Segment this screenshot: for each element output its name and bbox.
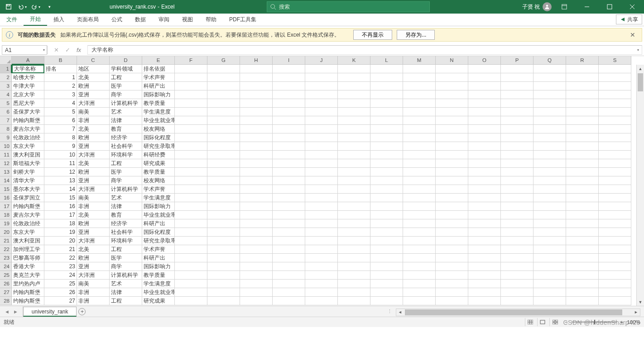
cell[interactable] — [403, 288, 436, 297]
cell[interactable] — [207, 73, 240, 82]
cell[interactable]: 北美 — [77, 211, 110, 219]
cell[interactable] — [175, 228, 207, 237]
cell[interactable] — [501, 297, 533, 305]
cell[interactable] — [566, 108, 599, 116]
cell[interactable] — [338, 108, 370, 116]
cell[interactable]: 排名依据 — [142, 65, 175, 73]
cell[interactable] — [370, 211, 403, 219]
row-header[interactable]: 6 — [0, 108, 12, 116]
cell[interactable]: 欧洲 — [77, 254, 110, 262]
cell[interactable]: 圣保罗大学 — [12, 108, 44, 116]
cell[interactable] — [370, 65, 403, 73]
cell[interactable] — [468, 237, 501, 245]
cell[interactable]: 地区 — [77, 65, 110, 73]
select-all-corner[interactable] — [0, 56, 12, 65]
cell[interactable] — [273, 82, 305, 90]
cell[interactable]: 南美 — [77, 280, 110, 288]
cell[interactable] — [566, 65, 599, 73]
cell[interactable]: 科研产出 — [142, 219, 175, 228]
cell[interactable] — [468, 116, 501, 125]
cell[interactable] — [370, 185, 403, 194]
cell[interactable] — [501, 211, 533, 219]
cell[interactable] — [501, 176, 533, 185]
cell[interactable]: 8 — [44, 133, 77, 142]
cell[interactable] — [305, 176, 338, 185]
cell[interactable] — [175, 151, 207, 159]
scroll-thumb[interactable] — [638, 73, 643, 91]
cell[interactable]: 11 — [44, 159, 77, 168]
add-sheet-button[interactable]: + — [77, 306, 87, 317]
cell[interactable] — [566, 185, 599, 194]
cell[interactable]: 科研产出 — [142, 82, 175, 90]
cell[interactable]: 1 — [44, 73, 77, 82]
cell[interactable]: 学术声誉 — [142, 73, 175, 82]
cell[interactable] — [207, 237, 240, 245]
cell[interactable] — [501, 159, 533, 168]
cell[interactable] — [240, 125, 273, 133]
cell[interactable] — [501, 194, 533, 202]
cell[interactable] — [273, 159, 305, 168]
cell[interactable] — [468, 185, 501, 194]
cell[interactable] — [207, 133, 240, 142]
cell[interactable] — [175, 168, 207, 176]
column-header[interactable]: M — [403, 56, 436, 65]
cell[interactable]: 研究成果 — [142, 159, 175, 168]
column-header[interactable]: L — [370, 56, 403, 65]
cell[interactable] — [338, 288, 370, 297]
cell[interactable] — [533, 237, 566, 245]
row-header[interactable]: 7 — [0, 116, 12, 125]
cell[interactable] — [599, 108, 631, 116]
cell[interactable] — [403, 133, 436, 142]
cell[interactable]: 国际化程度 — [142, 228, 175, 237]
cell[interactable] — [436, 65, 468, 73]
cell[interactable]: 5 — [44, 108, 77, 116]
cell[interactable]: 伦敦政治经 — [12, 219, 44, 228]
cell[interactable] — [338, 202, 370, 211]
cell[interactable] — [403, 211, 436, 219]
cell[interactable] — [468, 82, 501, 90]
cell[interactable]: 医学 — [110, 254, 142, 262]
cell[interactable]: 21 — [44, 245, 77, 254]
scroll-right-icon[interactable]: ► — [632, 310, 640, 314]
column-header[interactable]: A — [12, 56, 44, 65]
cell[interactable] — [599, 90, 631, 99]
cell[interactable] — [207, 288, 240, 297]
cell[interactable] — [338, 237, 370, 245]
normal-view-icon[interactable] — [525, 318, 536, 326]
cell[interactable] — [370, 99, 403, 108]
cell[interactable]: 亚洲 — [77, 142, 110, 151]
undo-icon[interactable]: ▾ — [16, 1, 28, 13]
row-header[interactable]: 1 — [0, 65, 12, 73]
cell[interactable]: 国际化程度 — [142, 133, 175, 142]
cell[interactable] — [240, 228, 273, 237]
row-header[interactable]: 9 — [0, 133, 12, 142]
cell[interactable] — [240, 211, 273, 219]
cell[interactable] — [175, 280, 207, 288]
cell[interactable] — [240, 168, 273, 176]
cell[interactable] — [533, 159, 566, 168]
row-header[interactable]: 19 — [0, 219, 12, 228]
cell[interactable] — [305, 297, 338, 305]
row-header[interactable]: 20 — [0, 228, 12, 237]
cell[interactable] — [566, 202, 599, 211]
cell[interactable] — [305, 280, 338, 288]
cell[interactable] — [175, 133, 207, 142]
spreadsheet-grid[interactable]: ABCDEFGHIJKLMNOPQRS1大学名称排名地区学科领域排名依据2哈佛大… — [0, 56, 644, 306]
cell[interactable] — [501, 280, 533, 288]
cell[interactable] — [599, 159, 631, 168]
cell[interactable]: 圣保罗国立 — [12, 194, 44, 202]
cell[interactable]: 科研产出 — [142, 254, 175, 262]
cell[interactable] — [533, 185, 566, 194]
cell[interactable] — [468, 194, 501, 202]
cell[interactable] — [370, 82, 403, 90]
tab-help[interactable]: 帮助 — [199, 14, 223, 26]
cell[interactable] — [305, 194, 338, 202]
cell[interactable]: 麦吉尔大学 — [12, 211, 44, 219]
tab-home[interactable]: 开始 — [24, 14, 47, 26]
minimize-icon[interactable] — [577, 0, 597, 14]
cell[interactable] — [370, 176, 403, 185]
cell[interactable] — [370, 262, 403, 271]
cell[interactable] — [338, 73, 370, 82]
cell[interactable] — [338, 125, 370, 133]
tab-file[interactable]: 文件 — [0, 14, 24, 26]
